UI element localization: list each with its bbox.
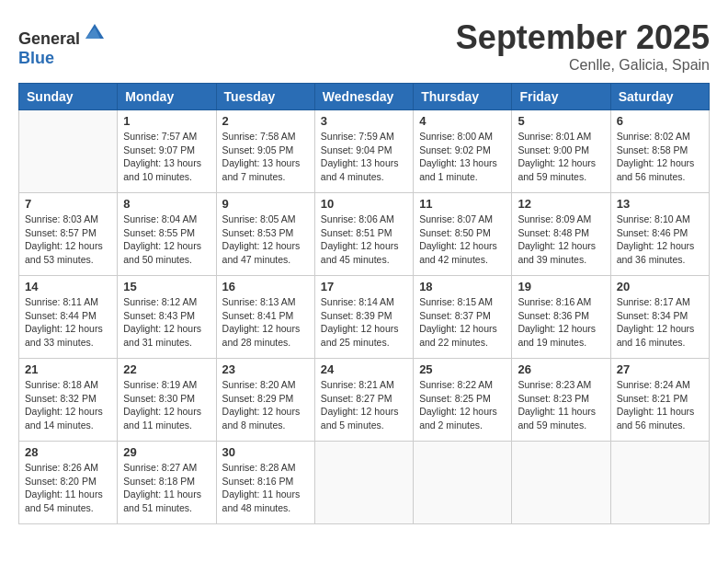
day-number: 7 bbox=[25, 197, 111, 211]
day-number: 4 bbox=[419, 114, 506, 128]
calendar-cell: 11Sunrise: 8:07 AM Sunset: 8:50 PM Dayli… bbox=[414, 193, 512, 276]
day-number: 26 bbox=[518, 362, 604, 376]
calendar-cell bbox=[414, 442, 512, 524]
day-number: 9 bbox=[222, 197, 309, 211]
calendar-cell: 22Sunrise: 8:19 AM Sunset: 8:30 PM Dayli… bbox=[118, 359, 216, 442]
calendar-cell: 16Sunrise: 8:13 AM Sunset: 8:41 PM Dayli… bbox=[216, 276, 314, 359]
day-number: 29 bbox=[123, 445, 210, 459]
logo-blue-text: Blue bbox=[18, 49, 54, 67]
day-number: 14 bbox=[25, 280, 111, 293]
day-info: Sunrise: 8:12 AM Sunset: 8:43 PM Dayligh… bbox=[123, 295, 210, 350]
day-info: Sunrise: 8:03 AM Sunset: 8:57 PM Dayligh… bbox=[25, 213, 111, 267]
calendar-header-thursday: Thursday bbox=[414, 84, 512, 110]
day-number: 28 bbox=[25, 445, 111, 459]
calendar-cell: 18Sunrise: 8:15 AM Sunset: 8:37 PM Dayli… bbox=[414, 276, 512, 359]
calendar-cell: 6Sunrise: 8:02 AM Sunset: 8:58 PM Daylig… bbox=[610, 110, 709, 193]
day-number: 1 bbox=[123, 114, 210, 128]
calendar-cell: 25Sunrise: 8:22 AM Sunset: 8:25 PM Dayli… bbox=[414, 359, 512, 442]
calendar-week-row: 21Sunrise: 8:18 AM Sunset: 8:32 PM Dayli… bbox=[19, 359, 710, 442]
calendar-header-sunday: Sunday bbox=[19, 84, 118, 110]
day-number: 22 bbox=[123, 362, 210, 376]
day-info: Sunrise: 8:00 AM Sunset: 9:02 PM Dayligh… bbox=[419, 130, 506, 184]
month-title: September 2025 bbox=[456, 18, 710, 57]
calendar-cell: 24Sunrise: 8:21 AM Sunset: 8:27 PM Dayli… bbox=[314, 359, 413, 442]
calendar-week-row: 28Sunrise: 8:26 AM Sunset: 8:20 PM Dayli… bbox=[19, 442, 710, 524]
day-number: 5 bbox=[518, 114, 604, 128]
calendar-cell: 26Sunrise: 8:23 AM Sunset: 8:23 PM Dayli… bbox=[512, 359, 610, 442]
calendar-cell: 10Sunrise: 8:06 AM Sunset: 8:51 PM Dayli… bbox=[314, 193, 413, 276]
day-info: Sunrise: 7:58 AM Sunset: 9:05 PM Dayligh… bbox=[222, 130, 309, 184]
calendar-cell: 1Sunrise: 7:57 AM Sunset: 9:07 PM Daylig… bbox=[118, 110, 216, 193]
day-info: Sunrise: 8:18 AM Sunset: 8:32 PM Dayligh… bbox=[25, 378, 111, 432]
day-info: Sunrise: 7:57 AM Sunset: 9:07 PM Dayligh… bbox=[123, 130, 210, 184]
calendar-table: SundayMondayTuesdayWednesdayThursdayFrid… bbox=[18, 83, 710, 524]
logo-general-text: General bbox=[18, 29, 80, 48]
calendar-cell: 29Sunrise: 8:27 AM Sunset: 8:18 PM Dayli… bbox=[118, 442, 216, 524]
day-info: Sunrise: 8:24 AM Sunset: 8:21 PM Dayligh… bbox=[617, 378, 703, 432]
day-info: Sunrise: 8:10 AM Sunset: 8:46 PM Dayligh… bbox=[617, 213, 703, 267]
day-info: Sunrise: 8:20 AM Sunset: 8:29 PM Dayligh… bbox=[222, 378, 309, 432]
day-info: Sunrise: 8:05 AM Sunset: 8:53 PM Dayligh… bbox=[222, 213, 309, 267]
calendar-header-wednesday: Wednesday bbox=[314, 84, 413, 110]
day-number: 21 bbox=[25, 362, 111, 376]
day-info: Sunrise: 8:02 AM Sunset: 8:58 PM Dayligh… bbox=[617, 130, 703, 184]
day-info: Sunrise: 8:23 AM Sunset: 8:23 PM Dayligh… bbox=[518, 378, 604, 432]
day-number: 20 bbox=[617, 280, 703, 293]
day-number: 30 bbox=[222, 445, 309, 459]
calendar-header-tuesday: Tuesday bbox=[216, 84, 314, 110]
header: General Blue September 2025 Cenlle, Gali… bbox=[18, 18, 710, 74]
day-number: 25 bbox=[419, 362, 506, 376]
calendar-cell: 30Sunrise: 8:28 AM Sunset: 8:16 PM Dayli… bbox=[216, 442, 314, 524]
day-info: Sunrise: 8:09 AM Sunset: 8:48 PM Dayligh… bbox=[518, 213, 604, 267]
calendar-header-friday: Friday bbox=[512, 84, 610, 110]
calendar-cell: 21Sunrise: 8:18 AM Sunset: 8:32 PM Dayli… bbox=[19, 359, 118, 442]
day-number: 12 bbox=[518, 197, 604, 211]
calendar-cell: 20Sunrise: 8:17 AM Sunset: 8:34 PM Dayli… bbox=[610, 276, 709, 359]
day-number: 8 bbox=[123, 197, 210, 211]
day-number: 6 bbox=[617, 114, 703, 128]
location-title: Cenlle, Galicia, Spain bbox=[456, 57, 710, 74]
calendar-cell: 23Sunrise: 8:20 AM Sunset: 8:29 PM Dayli… bbox=[216, 359, 314, 442]
calendar-cell: 17Sunrise: 8:14 AM Sunset: 8:39 PM Dayli… bbox=[314, 276, 413, 359]
calendar-cell: 19Sunrise: 8:16 AM Sunset: 8:36 PM Dayli… bbox=[512, 276, 610, 359]
day-number: 23 bbox=[222, 362, 309, 376]
logo: General Blue bbox=[18, 18, 108, 68]
day-number: 13 bbox=[617, 197, 703, 211]
calendar-cell: 2Sunrise: 7:58 AM Sunset: 9:05 PM Daylig… bbox=[216, 110, 314, 193]
day-number: 10 bbox=[321, 197, 407, 211]
day-info: Sunrise: 8:13 AM Sunset: 8:41 PM Dayligh… bbox=[222, 295, 309, 350]
day-info: Sunrise: 8:16 AM Sunset: 8:36 PM Dayligh… bbox=[518, 295, 604, 350]
day-number: 2 bbox=[222, 114, 309, 128]
day-info: Sunrise: 8:01 AM Sunset: 9:00 PM Dayligh… bbox=[518, 130, 604, 184]
day-info: Sunrise: 8:26 AM Sunset: 8:20 PM Dayligh… bbox=[25, 461, 111, 515]
calendar-header-monday: Monday bbox=[118, 84, 216, 110]
day-number: 27 bbox=[617, 362, 703, 376]
day-number: 15 bbox=[123, 280, 210, 293]
calendar-cell bbox=[610, 442, 709, 524]
day-number: 19 bbox=[518, 280, 604, 293]
day-info: Sunrise: 7:59 AM Sunset: 9:04 PM Dayligh… bbox=[321, 130, 407, 184]
calendar-cell: 3Sunrise: 7:59 AM Sunset: 9:04 PM Daylig… bbox=[314, 110, 413, 193]
day-number: 16 bbox=[222, 280, 309, 293]
calendar-cell: 4Sunrise: 8:00 AM Sunset: 9:02 PM Daylig… bbox=[414, 110, 512, 193]
day-number: 17 bbox=[321, 280, 407, 293]
calendar-cell: 5Sunrise: 8:01 AM Sunset: 9:00 PM Daylig… bbox=[512, 110, 610, 193]
calendar-cell: 12Sunrise: 8:09 AM Sunset: 8:48 PM Dayli… bbox=[512, 193, 610, 276]
calendar-cell bbox=[314, 442, 413, 524]
day-info: Sunrise: 8:15 AM Sunset: 8:37 PM Dayligh… bbox=[419, 295, 506, 350]
day-info: Sunrise: 8:06 AM Sunset: 8:51 PM Dayligh… bbox=[321, 213, 407, 267]
day-info: Sunrise: 8:04 AM Sunset: 8:55 PM Dayligh… bbox=[123, 213, 210, 267]
calendar-header-saturday: Saturday bbox=[610, 84, 709, 110]
calendar-week-row: 1Sunrise: 7:57 AM Sunset: 9:07 PM Daylig… bbox=[19, 110, 710, 193]
logo-icon bbox=[82, 18, 108, 44]
calendar-cell: 27Sunrise: 8:24 AM Sunset: 8:21 PM Dayli… bbox=[610, 359, 709, 442]
day-info: Sunrise: 8:11 AM Sunset: 8:44 PM Dayligh… bbox=[25, 295, 111, 350]
day-info: Sunrise: 8:19 AM Sunset: 8:30 PM Dayligh… bbox=[123, 378, 210, 432]
calendar-cell: 13Sunrise: 8:10 AM Sunset: 8:46 PM Dayli… bbox=[610, 193, 709, 276]
calendar-cell: 9Sunrise: 8:05 AM Sunset: 8:53 PM Daylig… bbox=[216, 193, 314, 276]
calendar-cell: 8Sunrise: 8:04 AM Sunset: 8:55 PM Daylig… bbox=[118, 193, 216, 276]
title-area: September 2025 Cenlle, Galicia, Spain bbox=[456, 18, 710, 74]
calendar-cell: 14Sunrise: 8:11 AM Sunset: 8:44 PM Dayli… bbox=[19, 276, 118, 359]
day-info: Sunrise: 8:17 AM Sunset: 8:34 PM Dayligh… bbox=[617, 295, 703, 350]
day-info: Sunrise: 8:28 AM Sunset: 8:16 PM Dayligh… bbox=[222, 461, 309, 515]
